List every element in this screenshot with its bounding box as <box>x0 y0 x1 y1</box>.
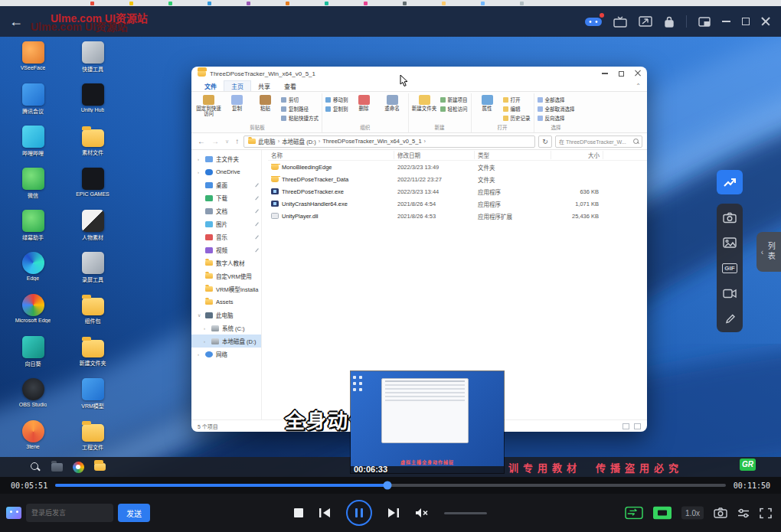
desktop-icon[interactable]: Edge <box>3 252 63 294</box>
nav-item-music[interactable]: 音乐 <box>191 230 261 243</box>
desktop-icon[interactable]: OBS Studio <box>3 378 63 420</box>
easy-access-button[interactable]: 轻松访问 <box>440 105 468 113</box>
desktop-icon[interactable]: 哔哩哔哩 <box>3 126 63 168</box>
explorer-titlebar[interactable]: ThreeDPoseTracker_Win_x64_v0_5_1 <box>191 67 647 80</box>
column-type[interactable]: 类型 <box>475 151 551 159</box>
move-to-button[interactable]: 移动到 <box>325 96 348 103</box>
file-row[interactable]: ThreeDPoseTracker.exe 2022/3/23 13:44 应用… <box>268 185 647 197</box>
file-row[interactable]: ThreeDPoseTracker_Data 2022/11/22 23:27 … <box>268 173 647 185</box>
pause-button[interactable] <box>346 500 372 526</box>
nav-item-c-drive[interactable]: ›系统 (C:) <box>191 321 261 335</box>
nav-item-this-pc[interactable]: ∨此电脑 <box>191 308 261 321</box>
volume-slider[interactable] <box>444 512 487 514</box>
nav-item-onedrive[interactable]: ›OneDrive <box>191 165 261 178</box>
open-button[interactable]: 打开 <box>503 96 531 103</box>
gif-icon[interactable]: GIF <box>723 262 737 274</box>
taskbar-folder-icon[interactable] <box>93 461 106 473</box>
desktop-icon[interactable]: Unity Hub <box>63 83 123 126</box>
desktop-icon[interactable]: 新建文件夹 <box>63 336 123 378</box>
pin-quick-access-button[interactable]: 固定到快速访问 <box>196 93 221 122</box>
nav-item-folder-3[interactable]: VRM模型Installa <box>191 282 261 295</box>
explorer-maximize-button[interactable] <box>619 71 624 77</box>
desktop-icon[interactable]: 录屏工具 <box>63 252 123 294</box>
desktop-icon[interactable]: 绿幕助手 <box>3 210 63 252</box>
playlist-tab[interactable]: ‹ 列表 <box>756 232 781 272</box>
tv-icon[interactable] <box>613 16 627 28</box>
mini-window-icon[interactable] <box>698 17 711 27</box>
select-none-button[interactable]: 全部取消选择 <box>538 105 575 113</box>
desktop-icon[interactable]: 工程文件 <box>63 420 123 462</box>
rename-button[interactable]: 重命名 <box>380 93 405 122</box>
file-row[interactable]: UnityCrashHandler64.exe 2021/8/26 4:54 应… <box>268 197 647 210</box>
desktop-icon[interactable]: 微信 <box>3 168 63 210</box>
paste-button[interactable]: 粘贴 <box>253 93 278 122</box>
nav-item-downloads[interactable]: 下载 <box>191 191 261 204</box>
image-icon[interactable] <box>723 237 737 249</box>
desktop-icon[interactable]: 腾讯会议 <box>3 83 63 126</box>
desktop-icon[interactable]: 3tene <box>3 420 63 462</box>
mini-player-toggle-icon[interactable] <box>653 507 672 520</box>
desktop-icon[interactable]: 素材文件 <box>63 126 123 168</box>
search-box[interactable]: 在 ThreeDPoseTracker_W... <box>555 135 642 148</box>
pen-icon[interactable] <box>723 312 737 325</box>
paste-shortcut-button[interactable]: 粘贴快捷方式 <box>281 114 319 122</box>
nav-item-pictures[interactable]: 图片 <box>191 217 261 230</box>
tab-file[interactable]: 文件 <box>198 81 224 91</box>
breadcrumb-this-pc[interactable]: 此电脑 <box>258 137 276 145</box>
file-row[interactable]: UnityPlayer.dll 2021/8/26 4:53 应用程序扩展 25… <box>268 210 647 222</box>
maximize-button[interactable] <box>742 18 750 25</box>
desktop-icon[interactable]: EPIC GAMES <box>63 168 123 210</box>
video-area[interactable]: VSeeFace 快捷工具 腾讯会议 Unity Hub 哔哩哔哩 素材文件 微… <box>0 37 781 477</box>
copy-button[interactable]: 复制 <box>224 93 250 122</box>
screenshot-icon[interactable] <box>723 211 737 224</box>
nav-item-videos[interactable]: 视频 <box>191 243 261 256</box>
close-button[interactable] <box>761 17 770 26</box>
desktop-icon[interactable]: 向日葵 <box>3 336 63 378</box>
edit-button[interactable]: 编辑 <box>503 105 531 113</box>
video-record-icon[interactable] <box>723 287 737 299</box>
playback-speed[interactable]: 1.0x <box>681 507 704 520</box>
tab-view[interactable]: 查看 <box>277 81 303 91</box>
nav-history-button[interactable]: ∨ <box>224 139 230 145</box>
column-size[interactable]: 大小 <box>551 151 603 159</box>
nav-back-button[interactable]: ← <box>196 137 207 145</box>
tab-home[interactable]: 主页 <box>224 80 251 91</box>
back-button[interactable]: ← <box>5 10 28 33</box>
tab-share[interactable]: 共享 <box>251 81 277 91</box>
share-button[interactable] <box>717 170 743 194</box>
desktop-icon[interactable]: 组件包 <box>63 294 123 336</box>
chat-input[interactable] <box>26 504 113 522</box>
ribbon-collapse-icon[interactable]: ⌃ <box>636 83 641 90</box>
previous-button[interactable] <box>319 508 331 518</box>
seek-knob[interactable] <box>383 481 391 490</box>
copy-to-button[interactable]: 复制到 <box>325 105 348 113</box>
nav-item-network[interactable]: ›网络 <box>191 348 261 361</box>
nav-item-d-drive[interactable]: ›本地磁盘 (D:) <box>191 335 261 348</box>
nav-item-documents[interactable]: 文档 <box>191 204 261 217</box>
minimize-button[interactable] <box>722 21 730 22</box>
lock-icon[interactable] <box>664 16 675 28</box>
explorer-minimize-button[interactable] <box>602 73 608 73</box>
select-all-button[interactable]: 全部选择 <box>538 96 575 103</box>
seek-bar[interactable] <box>55 484 726 487</box>
start-button[interactable] <box>8 461 20 473</box>
nav-up-button[interactable]: ↑ <box>234 137 240 145</box>
thumbnail-view-icon[interactable] <box>634 423 641 429</box>
nav-item-folder-4[interactable]: Assets <box>191 295 261 308</box>
desktop-icon[interactable]: 快捷工具 <box>63 41 123 83</box>
cut-button[interactable]: 剪切 <box>281 96 319 103</box>
cast-icon[interactable] <box>639 16 652 27</box>
settings-sliders-icon[interactable] <box>737 508 750 518</box>
column-name[interactable]: 名称 <box>268 151 394 159</box>
mute-button[interactable] <box>415 508 429 518</box>
breadcrumb[interactable]: 此电脑 › 本地磁盘 (D:) › ThreeDPoseTracker_Win_… <box>243 135 535 148</box>
snapshot-icon[interactable] <box>714 508 727 519</box>
properties-button[interactable]: 属性 <box>475 93 500 122</box>
desktop-icon[interactable]: 人物素材 <box>63 210 123 252</box>
details-view-icon[interactable] <box>623 423 629 429</box>
nav-item-folder-1[interactable]: 数字人教材 <box>191 256 261 269</box>
refresh-button[interactable]: ↻ <box>538 135 552 148</box>
taskbar-browser-icon[interactable] <box>72 461 84 473</box>
nav-item-home[interactable]: ›主文件夹 <box>191 152 261 165</box>
taskbar-explorer-icon[interactable] <box>51 461 63 473</box>
